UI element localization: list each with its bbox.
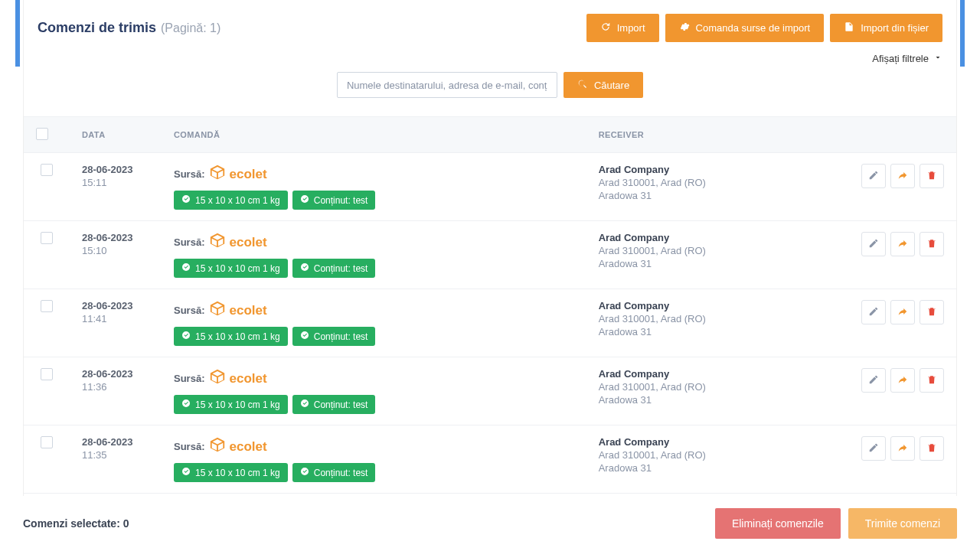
row-date: 28-06-2023: [82, 436, 149, 448]
table-row: 28-06-2023 11:36 Sursă: ecolet 15 x 10 x…: [24, 357, 956, 425]
receiver-address-2: Aradowa 31: [599, 190, 822, 201]
receiver-name: Arad Company: [599, 368, 822, 380]
brand-name: ecolet: [229, 303, 266, 318]
delete-orders-button[interactable]: Eliminați comenzile: [715, 508, 841, 539]
row-checkbox[interactable]: [41, 164, 53, 176]
trash-icon: [926, 306, 937, 319]
dimensions-badge: 15 x 10 x 10 cm 1 kg: [174, 463, 288, 482]
right-accent-bar: [960, 0, 965, 67]
trash-icon: [926, 374, 937, 387]
package-icon: [209, 164, 226, 184]
package-icon: [209, 232, 226, 253]
forward-icon: [897, 238, 908, 251]
selected-label: Comenzi selectate:: [23, 517, 120, 530]
orders-table: DATA COMANDĂ RECEIVER 28-06-2023 15:11 S…: [24, 116, 956, 551]
page-subtitle: (Pagină: 1): [161, 21, 220, 35]
table-row: 28-06-2023 15:11 Sursă: ecolet 15 x 10 x…: [24, 153, 956, 221]
content-text: Conținut: test: [314, 195, 368, 206]
delete-button[interactable]: [920, 232, 944, 256]
content-badge: Conținut: test: [292, 327, 376, 346]
row-time: 15:10: [82, 245, 149, 256]
forward-button[interactable]: [890, 164, 915, 188]
delete-button[interactable]: [920, 300, 944, 324]
check-circle-icon: [181, 262, 191, 274]
brand-name: ecolet: [229, 167, 266, 182]
receiver-address-1: Arad 310001, Arad (RO): [599, 245, 822, 256]
check-circle-icon: [181, 331, 191, 342]
refresh-icon: [600, 21, 611, 34]
forward-button[interactable]: [890, 232, 915, 256]
import-button-label: Import: [617, 22, 645, 34]
receiver-address-1: Arad 310001, Arad (RO): [599, 177, 822, 188]
forward-button[interactable]: [890, 436, 915, 461]
row-checkbox[interactable]: [41, 368, 53, 380]
content-text: Conținut: test: [314, 468, 368, 478]
trash-icon: [926, 238, 937, 251]
row-checkbox[interactable]: [41, 436, 53, 448]
package-icon: [209, 300, 226, 321]
dimensions-badge: 15 x 10 x 10 cm 1 kg: [174, 327, 288, 346]
edit-button[interactable]: [861, 232, 886, 256]
import-button[interactable]: Import: [586, 14, 659, 42]
edit-button[interactable]: [861, 164, 886, 188]
receiver-address-2: Aradowa 31: [599, 462, 822, 474]
table-row: 28-06-2023 15:10 Sursă: ecolet 15 x 10 x…: [24, 221, 956, 289]
file-icon: [844, 21, 854, 34]
import-sources-button[interactable]: Comanda surse de import: [665, 14, 825, 42]
chevron-down-icon: [933, 53, 942, 64]
select-all-checkbox[interactable]: [36, 128, 48, 140]
search-button-label: Căutare: [594, 80, 629, 91]
source-label: Sursă:: [174, 305, 204, 316]
dimensions-badge: 15 x 10 x 10 cm 1 kg: [174, 191, 288, 210]
check-circle-icon: [300, 467, 309, 478]
forward-icon: [897, 374, 908, 387]
import-sources-button-label: Comanda surse de import: [696, 22, 811, 34]
check-circle-icon: [300, 262, 309, 274]
delete-button[interactable]: [920, 368, 944, 393]
table-row: 28-06-2023 11:41 Sursă: ecolet 15 x 10 x…: [24, 289, 956, 357]
brand-name: ecolet: [229, 439, 266, 455]
import-file-button[interactable]: Import din fișier: [830, 14, 942, 42]
edit-button[interactable]: [861, 436, 886, 461]
show-filters-toggle[interactable]: Afișați filtrele: [872, 53, 942, 64]
search-input[interactable]: [337, 72, 557, 98]
receiver-name: Arad Company: [599, 300, 822, 311]
row-time: 15:11: [82, 177, 149, 188]
receiver-address-1: Arad 310001, Arad (RO): [599, 381, 822, 393]
source-label: Sursă:: [174, 373, 204, 384]
check-circle-icon: [300, 399, 309, 410]
check-circle-icon: [181, 399, 191, 410]
edit-button[interactable]: [861, 368, 886, 393]
pencil-icon: [868, 442, 879, 455]
package-icon: [209, 368, 226, 389]
import-file-button-label: Import din fișier: [861, 22, 929, 34]
pencil-icon: [868, 306, 879, 319]
check-circle-icon: [300, 331, 309, 342]
check-circle-icon: [181, 194, 191, 206]
search-button[interactable]: Căutare: [564, 72, 643, 98]
receiver-name: Arad Company: [599, 436, 822, 448]
trash-icon: [926, 442, 937, 455]
row-time: 11:35: [82, 449, 149, 461]
brand-name: ecolet: [229, 371, 266, 386]
receiver-address-1: Arad 310001, Arad (RO): [599, 313, 822, 324]
check-circle-icon: [181, 467, 191, 478]
delete-button[interactable]: [920, 164, 944, 188]
selected-count: 0: [123, 517, 129, 530]
send-orders-button[interactable]: Trimite comenzi: [848, 508, 957, 539]
brand-logo: ecolet: [209, 232, 266, 253]
forward-icon: [897, 170, 908, 183]
row-checkbox[interactable]: [41, 300, 53, 312]
forward-button[interactable]: [890, 368, 915, 393]
search-icon: [577, 79, 588, 92]
row-checkbox[interactable]: [41, 232, 53, 244]
forward-button[interactable]: [890, 300, 915, 324]
content-badge: Conținut: test: [292, 191, 376, 210]
page-title: Comenzi de trimis: [38, 20, 156, 36]
edit-button[interactable]: [861, 300, 886, 324]
delete-button[interactable]: [920, 436, 944, 461]
col-header-date: DATA: [70, 117, 162, 153]
left-accent-bar: [15, 0, 20, 67]
row-date: 28-06-2023: [82, 300, 149, 311]
col-header-receiver: RECEIVER: [586, 117, 834, 153]
